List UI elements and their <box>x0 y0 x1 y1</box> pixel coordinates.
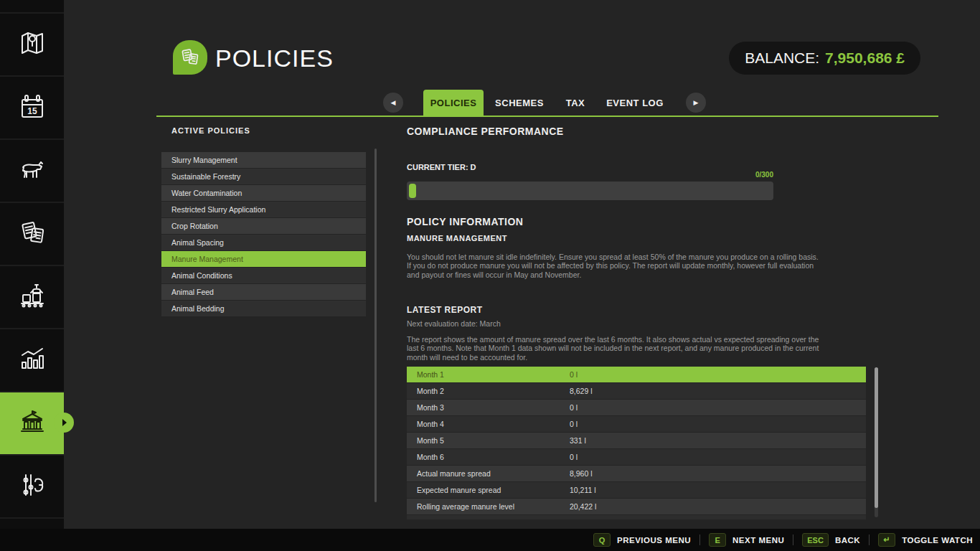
policy-list-item[interactable]: Sustainable Forestry <box>161 169 366 184</box>
settings-sliders-icon <box>16 468 49 504</box>
latest-report-heading: LATEST REPORT <box>407 305 483 315</box>
policy-information-description: You should not let manure sit idle indef… <box>407 253 821 279</box>
tab-bar: ◀ POLICIES SCHEMES TAX EVENT LOG ▶ <box>0 90 980 116</box>
policy-list-item[interactable]: Animal Spacing <box>161 235 366 250</box>
report-row-label: Month 6 <box>407 453 560 461</box>
policies-list-scrollbar[interactable] <box>374 149 377 502</box>
tabs-previous-arrow-icon[interactable]: ◀ <box>383 93 403 113</box>
policy-list-item[interactable]: Crop Rotation <box>161 218 366 234</box>
report-row-value: 331 l <box>560 436 586 445</box>
contracts-documents-icon <box>16 216 49 252</box>
report-row-value: 10,211 l <box>560 486 596 494</box>
map-icon <box>16 27 49 62</box>
policy-list-item[interactable]: Animal Conditions <box>161 268 366 283</box>
sidebar-item-production[interactable] <box>0 266 64 328</box>
next-evaluation-date: Next evaluation date: March <box>407 319 501 328</box>
report-row-clipped[interactable]: Rating - <box>407 515 866 519</box>
tab-schemes[interactable]: SCHEMES <box>492 90 547 116</box>
sidebar-item-statistics[interactable] <box>0 329 64 391</box>
hint-divider <box>699 534 700 545</box>
statistics-chart-icon <box>16 342 49 378</box>
active-policies-heading: ACTIVE POLICIES <box>171 126 250 135</box>
sidebar-item-contracts[interactable] <box>0 203 64 265</box>
hint-label: TOGGLE WATCH <box>902 536 973 545</box>
compliance-progress-count: 0/300 <box>407 171 773 179</box>
finances-bank-icon <box>16 405 49 441</box>
report-row-value: 0 l <box>560 420 578 428</box>
key-e-badge: E <box>709 533 726 547</box>
keyboard-hints-bar: Q PREVIOUS MENU E NEXT MENU ESC BACK ↵ T… <box>0 529 980 551</box>
sidebar-selected-arrow-icon <box>62 419 67 426</box>
hint-divider <box>869 534 870 545</box>
key-esc-badge: ESC <box>802 533 829 547</box>
hint-label: BACK <box>835 536 860 545</box>
hint-label: PREVIOUS MENU <box>617 536 691 545</box>
hint-next-menu[interactable]: E NEXT MENU <box>709 533 784 547</box>
hint-back[interactable]: ESC BACK <box>802 533 860 547</box>
report-table-scrollbar[interactable] <box>875 367 878 517</box>
tab-policies[interactable]: POLICIES <box>423 90 484 116</box>
sidebar: 15 <box>0 0 64 551</box>
report-row-value: 0 l <box>560 403 578 412</box>
policy-information-heading: POLICY INFORMATION <box>407 216 523 227</box>
sidebar-item-map[interactable] <box>0 14 64 75</box>
report-row-label: Month 3 <box>407 403 560 412</box>
sidebar-item-partial-bottom <box>0 519 64 529</box>
report-row-value: - <box>560 519 573 519</box>
report-row-month-2[interactable]: Month 2 8,629 l <box>407 383 866 399</box>
report-row-label: Actual manure spread <box>407 469 560 478</box>
report-row-actual-spread[interactable]: Actual manure spread 8,960 l <box>407 466 866 481</box>
policy-list-item-selected[interactable]: Manure Management <box>161 251 366 267</box>
policy-list-item[interactable]: Water Contamination <box>161 185 366 201</box>
policy-list-item[interactable]: Animal Feed <box>161 284 366 300</box>
report-table-scrollbar-thumb[interactable] <box>875 367 878 508</box>
key-q-badge: Q <box>593 533 611 547</box>
report-row-rolling-average[interactable]: Rolling average manure level 20,422 l <box>407 499 866 514</box>
hint-label: NEXT MENU <box>732 536 784 545</box>
tab-tax[interactable]: TAX <box>560 90 591 116</box>
policy-list-item[interactable]: Animal Bedding <box>161 301 366 316</box>
report-row-month-1[interactable]: Month 1 0 l <box>407 367 866 382</box>
animals-cow-icon <box>16 153 49 189</box>
tab-underline <box>156 116 938 117</box>
balance-label: BALANCE: <box>745 50 819 67</box>
balance-display: BALANCE: 7,950,686 £ <box>729 42 920 75</box>
report-row-month-5[interactable]: Month 5 331 l <box>407 433 866 448</box>
sidebar-item-partial[interactable] <box>0 0 64 12</box>
report-row-month-6[interactable]: Month 6 0 l <box>407 449 866 465</box>
latest-report-table: Month 1 0 l Month 2 8,629 l Month 3 0 l … <box>407 367 866 519</box>
report-row-label: Rolling average manure level <box>407 502 560 511</box>
sidebar-item-settings[interactable] <box>0 456 64 517</box>
report-row-value: 0 l <box>560 453 578 461</box>
policy-list-item[interactable]: Slurry Management <box>161 152 366 168</box>
key-enter-badge: ↵ <box>878 533 895 547</box>
report-row-label: Rating <box>407 519 560 519</box>
report-row-label: Month 1 <box>407 370 560 379</box>
report-row-value: 20,422 l <box>560 502 596 511</box>
latest-report-description: The report shows the amount of manure sp… <box>407 335 821 362</box>
policy-list-item[interactable]: Restricted Slurry Application <box>161 202 366 217</box>
production-icon <box>16 279 49 315</box>
report-row-value: 8,629 l <box>560 387 593 395</box>
report-row-label: Expected manure spread <box>407 486 560 494</box>
sidebar-item-animals[interactable] <box>0 140 64 202</box>
policy-information-subheading: MANURE MANAGEMENT <box>407 234 507 242</box>
compliance-progress-bar <box>407 182 773 200</box>
tab-event-log[interactable]: EVENT LOG <box>605 90 665 116</box>
hint-divider <box>793 534 793 545</box>
report-row-month-4[interactable]: Month 4 0 l <box>407 416 866 432</box>
report-row-month-3[interactable]: Month 3 0 l <box>407 400 866 415</box>
hint-previous-menu[interactable]: Q PREVIOUS MENU <box>593 533 691 547</box>
policies-page-icon <box>173 40 207 75</box>
report-row-label: Month 2 <box>407 387 560 395</box>
balance-value: 7,950,686 £ <box>825 50 905 67</box>
report-row-label: Month 4 <box>407 420 560 428</box>
hint-toggle-watch[interactable]: ↵ TOGGLE WATCH <box>878 533 973 547</box>
report-row-expected-spread[interactable]: Expected manure spread 10,211 l <box>407 482 866 498</box>
compliance-performance-heading: COMPLIANCE PERFORMANCE <box>407 126 564 137</box>
compliance-progress-fill <box>409 184 416 198</box>
report-row-label: Month 5 <box>407 436 560 445</box>
active-policies-list: Slurry Management Sustainable Forestry W… <box>161 152 366 317</box>
report-row-value: 0 l <box>560 370 578 379</box>
tabs-next-arrow-icon[interactable]: ▶ <box>686 93 706 113</box>
